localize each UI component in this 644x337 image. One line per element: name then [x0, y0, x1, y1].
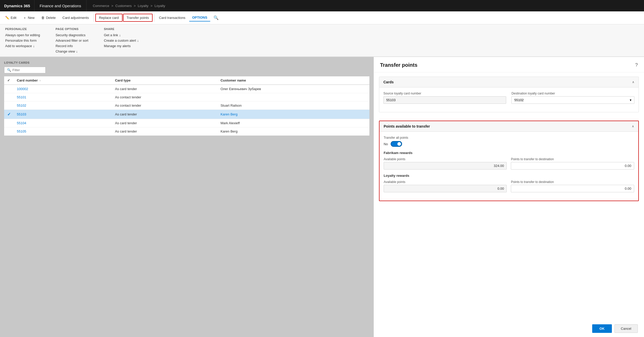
transfer-all-label: Transfer all points	[384, 136, 634, 140]
loyalty-transfer-field: Points to transfer to destination	[511, 180, 634, 192]
ok-button[interactable]: OK	[592, 324, 612, 333]
loyalty-available-field: Available points 0.00	[384, 180, 507, 192]
delete-icon: 🗑	[41, 16, 45, 20]
loyalty-rewards-section: Loyalty rewards Available points 0.00 Po…	[384, 174, 634, 192]
transfer-points-button[interactable]: Transfer points	[123, 14, 153, 22]
fabrikam-available-input: 324.00	[384, 162, 507, 170]
card-transactions-button[interactable]: Card transactions	[156, 14, 189, 21]
cards-section: Cards ∧ Source loyalty card number 55103…	[379, 77, 639, 112]
row-checkbox	[4, 127, 14, 136]
main-content: LOYALTY CARDS 🔍 ✓ Card number ↑ Card typ…	[0, 57, 644, 337]
advanced-filter-link[interactable]: Advanced filter or sort	[55, 39, 88, 42]
customer-name-cell: Stuart Railson	[217, 101, 369, 110]
toggle-container: No	[384, 141, 634, 147]
table-row[interactable]: 100002 As card tender Олег Евгеньевич Зу…	[4, 85, 369, 93]
card-number-link[interactable]: 55102	[17, 104, 26, 107]
loyalty-table: ✓ Card number ↑ Card type Customer name …	[4, 76, 369, 136]
toggle-no-text: No	[384, 142, 388, 146]
customer-name-cell: Mark Alexieff	[217, 119, 369, 127]
help-icon[interactable]: ?	[635, 62, 638, 68]
customer-name-cell: Karen Berg	[217, 127, 369, 136]
loyalty-transfer-input[interactable]	[511, 185, 634, 192]
filter-input[interactable]	[12, 68, 44, 72]
action-bar: ✏️ Edit ＋ New 🗑 Delete Card adjustments …	[0, 11, 644, 24]
plus-icon: ＋	[23, 16, 26, 20]
fabrikam-rewards-section: Fabrikam rewards Available points 324.00…	[384, 151, 634, 170]
points-available-header[interactable]: Points available to transfer ∧	[380, 121, 638, 132]
destination-card-label: Destination loyalty card number	[511, 92, 634, 95]
card-type-cell: As card tender	[112, 127, 217, 136]
search-button[interactable]: 🔍	[211, 14, 221, 22]
filter-icon: 🔍	[7, 68, 11, 72]
customer-name-cell: Karen Berg	[217, 110, 369, 119]
delete-button[interactable]: 🗑 Delete	[38, 14, 59, 21]
table-row[interactable]: 55101 As contact tender	[4, 93, 369, 101]
app-name[interactable]: Finance and Operations	[34, 0, 87, 11]
row-checkbox	[4, 119, 14, 127]
always-open-link[interactable]: Always open for editing	[5, 33, 40, 37]
edit-button[interactable]: ✏️ Edit	[2, 14, 19, 21]
fabrikam-transfer-input[interactable]	[511, 162, 634, 170]
table-row[interactable]: 55102 As contact tender Stuart Railson	[4, 101, 369, 110]
points-available-section: Points available to transfer ∧ Transfer …	[379, 121, 639, 201]
new-button[interactable]: ＋ New	[20, 14, 38, 22]
table-row[interactable]: 55104 As card tender Mark Alexieff	[4, 119, 369, 127]
fabrikam-available-label: Available points	[384, 157, 507, 161]
edit-icon: ✏️	[5, 16, 9, 20]
change-view-link[interactable]: Change view ↓	[55, 49, 88, 53]
card-number-link[interactable]: 100002	[17, 87, 28, 91]
personalize-form-link[interactable]: Personalize this form	[5, 39, 40, 42]
loyalty-available-input: 0.00	[384, 185, 507, 192]
brand-text: Dynamics 365	[4, 4, 30, 8]
brand-logo[interactable]: Dynamics 365	[0, 0, 34, 11]
card-type-header: Card type	[112, 76, 217, 85]
get-a-link-link[interactable]: Get a link ↓	[104, 33, 139, 37]
top-navigation: Dynamics 365 Finance and Operations Comm…	[0, 0, 644, 11]
page-options-title: PAGE OPTIONS	[55, 27, 88, 31]
right-panel-footer: OK Cancel	[374, 320, 644, 337]
source-card-field: Source loyalty card number 55103	[383, 92, 506, 104]
cancel-button[interactable]: Cancel	[614, 324, 638, 333]
create-custom-alert-link[interactable]: Create a custom alert ↓	[104, 39, 139, 42]
app-text: Finance and Operations	[40, 4, 81, 8]
row-checkbox: ✓	[4, 110, 14, 119]
table-row[interactable]: 55105 As card tender Karen Berg	[4, 127, 369, 136]
cards-section-title: Cards	[383, 80, 394, 84]
manage-my-alerts-link[interactable]: Manage my alerts	[104, 44, 139, 48]
card-type-cell: As card tender	[112, 110, 217, 119]
transfer-all-toggle[interactable]	[391, 141, 402, 147]
card-number-link[interactable]: 55101	[17, 95, 26, 99]
share-section: SHARE Get a link ↓ Create a custom alert…	[104, 27, 139, 53]
card-adjustments-button[interactable]: Card adjustments	[59, 14, 92, 21]
loyalty-rewards-title: Loyalty rewards	[384, 174, 634, 178]
replace-card-button[interactable]: Replace card	[95, 14, 123, 22]
source-card-label: Source loyalty card number	[383, 92, 506, 95]
add-to-workspace-link[interactable]: Add to workspace ↓	[5, 44, 40, 48]
points-available-title: Points available to transfer	[384, 124, 430, 128]
record-info-link[interactable]: Record info	[55, 44, 88, 48]
source-card-input: 55103	[383, 96, 506, 104]
card-type-cell: As card tender	[112, 85, 217, 93]
loyalty-cards-title: LOYALTY CARDS	[4, 61, 369, 64]
share-title: SHARE	[104, 27, 139, 31]
card-number-link[interactable]: 55104	[17, 121, 26, 125]
card-number-link[interactable]: 55105	[17, 129, 26, 133]
card-type-cell: As contact tender	[112, 93, 217, 101]
security-diagnostics-link[interactable]: Security diagnostics	[55, 33, 88, 37]
transfer-all-toggle-row: Transfer all points No	[384, 136, 634, 147]
filter-bar: 🔍	[4, 67, 46, 73]
card-numbers-row: Source loyalty card number 55103 Destina…	[383, 92, 634, 104]
table-row[interactable]: ✓ 55103 As card tender Karen Berg	[4, 110, 369, 119]
right-panel-header: Transfer points ?	[374, 57, 644, 72]
destination-card-input[interactable]: 55102 ▾	[511, 96, 634, 104]
fabrikam-points-row: Available points 324.00 Points to transf…	[384, 157, 634, 170]
left-panel: LOYALTY CARDS 🔍 ✓ Card number ↑ Card typ…	[0, 57, 374, 337]
cards-section-header[interactable]: Cards ∧	[379, 77, 639, 87]
customer-name-cell: Олег Евгеньевич Зубарев	[217, 85, 369, 93]
cards-section-body: Source loyalty card number 55103 Destina…	[379, 87, 639, 112]
loyalty-transfer-label: Points to transfer to destination	[511, 180, 634, 184]
options-tab[interactable]: OPTIONS	[189, 14, 211, 21]
chevron-up-icon2: ∧	[632, 124, 634, 128]
card-number-link[interactable]: 55103	[17, 112, 26, 116]
breadcrumb: Commerce > Customers > Loyalty > Loyalty	[87, 0, 171, 11]
